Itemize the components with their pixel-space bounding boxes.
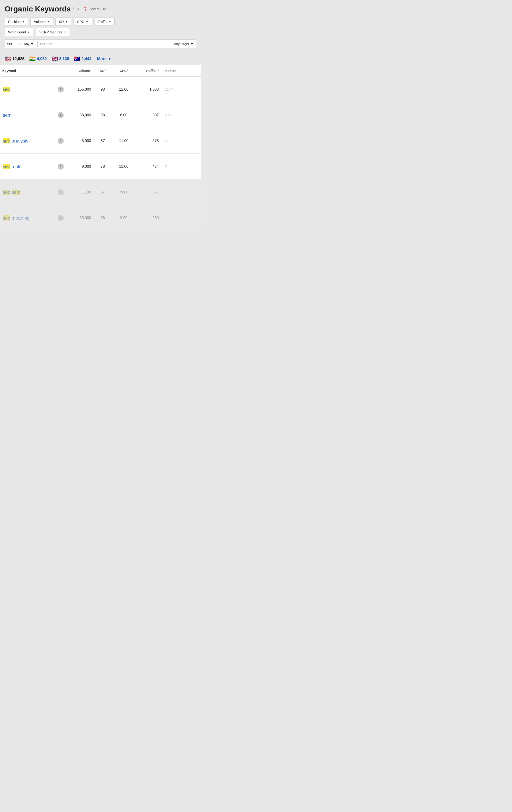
search-any-button[interactable]: Any ▼: [22, 41, 35, 46]
flag-us[interactable]: 🇺🇸 12,925: [5, 56, 25, 62]
keyword-cell-seo-tools: seo tools: [0, 160, 54, 173]
filter-volume[interactable]: Volume ▼: [30, 18, 53, 26]
filter-position-label: Position: [8, 20, 21, 24]
filter-row-1: Position ▼ Volume ▼ KD ▼ CPC ▼ Traffic ▼: [5, 18, 196, 26]
badge-cell-seo-meaning: 5: [54, 212, 68, 224]
traffic-cell-seo: 1,038: [135, 84, 161, 95]
badge-cell-seo-sem: 3: [54, 186, 68, 199]
badge-seo-sem: 3: [58, 189, 64, 195]
th-traffic[interactable]: Traffic ↓ ⁱ: [135, 67, 161, 74]
filter-word-count-label: Word count: [8, 30, 26, 34]
keyword-cell-sem: sem: [0, 109, 54, 121]
volume-cell-seo-meaning: 15,000: [68, 212, 93, 223]
title-info-icon[interactable]: ⁱ: [73, 7, 74, 11]
position-cell-seo-meaning: 6: [161, 212, 189, 223]
th-cpc-info: ⁱ: [127, 69, 128, 72]
filter-serp-features-label: SERP features: [39, 30, 62, 34]
th-badge: [54, 67, 68, 74]
badge-sem: 4: [58, 112, 64, 118]
keyword-link-sem[interactable]: sem: [3, 112, 51, 118]
keyword-link-seo-sem[interactable]: seo sem: [3, 189, 51, 195]
th-keyword: Keyword: [0, 67, 54, 74]
position-cell-seo-analysis: 3: [161, 136, 189, 146]
th-kd-info: ⁱ: [105, 69, 106, 72]
any-target-button[interactable]: Any target ▼: [171, 42, 193, 46]
badge-seo-analysis: 4: [58, 138, 64, 144]
kd-cell-sem: 58: [93, 110, 112, 120]
filter-serp-features[interactable]: SERP features ▼: [36, 28, 70, 36]
how-to-use-link[interactable]: ❓ How to use: [83, 7, 106, 11]
filter-cpc-arrow: ▼: [86, 20, 89, 23]
count-in: 4,062: [37, 57, 47, 61]
volume-cell-seo-analysis: 3,900: [68, 136, 93, 146]
exclude-input[interactable]: [40, 42, 170, 46]
badge-cell-seo-analysis: 4: [54, 135, 68, 147]
count-us: 12,925: [12, 57, 25, 61]
filter-volume-label: Volume: [34, 20, 46, 24]
filter-word-count[interactable]: Word count ▼: [5, 28, 33, 36]
volume-cell-seo: 165,000: [68, 84, 93, 95]
how-to-use-label: How to use: [89, 7, 106, 11]
count-gb: 3,138: [59, 57, 69, 61]
keyword-cell-seo-analysis: seo analysis: [0, 135, 54, 147]
keyword-link-seo-analysis[interactable]: seo analysis: [3, 138, 51, 144]
filter-kd-label: KD: [59, 20, 64, 24]
flag-gb[interactable]: 🇬🇧 3,138: [52, 56, 69, 62]
position-cell-sem: 6 1 2: [161, 110, 189, 120]
cpc-cell-seo-sem: 19.00: [112, 187, 135, 198]
badge-seo-meaning: 5: [58, 215, 64, 221]
search-any-label: Any: [24, 42, 29, 46]
table-header: Keyword Volume ⁱ KD ⁱ CPC ⁱ Traffic ↓ ⁱ …: [0, 65, 201, 77]
flag-in[interactable]: 🇮🇳 4,062: [29, 56, 47, 62]
flag-au[interactable]: 🇦🇺 2,444: [74, 56, 92, 62]
traffic-cell-seo-tools: 454: [135, 161, 161, 172]
search-value: seo: [7, 42, 17, 46]
filter-traffic[interactable]: Traffic ▼: [94, 18, 115, 26]
volume-cell-sem: 38,000: [68, 110, 93, 120]
flag-au-emoji: 🇦🇺: [74, 56, 80, 62]
keyword-cell-seo-sem: seo sem: [0, 186, 54, 199]
filter-kd[interactable]: KD ▼: [55, 18, 71, 26]
question-icon: ❓: [83, 7, 88, 11]
search-clear-button[interactable]: ✕: [18, 42, 21, 46]
keywords-table: Keyword Volume ⁱ KD ⁱ CPC ⁱ Traffic ↓ ⁱ …: [0, 65, 201, 231]
filter-cpc[interactable]: CPC ▼: [73, 18, 92, 26]
keyword-cell-seo: seo: [0, 83, 54, 96]
table-row: seo 6 165,000 93 11.00 1,038 12 1 2: [0, 77, 201, 102]
keyword-link-seo-meaning[interactable]: seo meaning: [3, 215, 51, 221]
filter-position-arrow: ▼: [22, 20, 25, 23]
more-button[interactable]: More ▼: [97, 57, 112, 61]
badge-cell-seo-tools: ?: [54, 160, 68, 173]
keyword-link-seo-tools[interactable]: seo tools: [3, 164, 51, 170]
filter-traffic-arrow: ▼: [109, 20, 111, 23]
filter-cpc-label: CPC: [77, 20, 85, 24]
th-kd[interactable]: KD ⁱ: [93, 67, 112, 74]
kd-cell-seo-meaning: 88: [93, 212, 112, 223]
cpc-cell-sem: 6.00: [112, 110, 135, 120]
th-traffic-info: ⁱ: [158, 69, 159, 72]
traffic-cell-seo-sem: 351: [135, 187, 161, 198]
kd-cell-seo-analysis: 87: [93, 136, 112, 146]
cpc-cell-seo-meaning: 9.00: [112, 212, 135, 223]
page-title: Organic Keywords: [5, 5, 71, 13]
search-any-arrow: ▼: [30, 42, 34, 46]
th-traffic-sort: ↓: [156, 69, 158, 72]
position-cell-seo: 12 1 2: [161, 84, 189, 95]
kd-cell-seo-tools: 78: [93, 161, 112, 172]
filter-row-2: Word count ▼ SERP features ▼: [5, 28, 196, 36]
th-volume[interactable]: Volume ⁱ: [68, 67, 93, 74]
count-au: 2,444: [82, 57, 92, 61]
divider: ●: [77, 6, 80, 12]
traffic-cell-seo-analysis: 678: [135, 136, 161, 146]
th-cpc[interactable]: CPC ⁱ: [112, 67, 135, 74]
filter-position[interactable]: Position ▼: [5, 18, 28, 26]
position-cell-seo-tools: 7: [161, 161, 189, 172]
table-row: seo meaning 5 15,000 88 9.00 289 6: [0, 205, 201, 231]
filter-kd-arrow: ▼: [65, 20, 68, 23]
filter-word-count-arrow: ▼: [27, 31, 30, 34]
keyword-link-seo[interactable]: seo: [3, 86, 51, 92]
kd-cell-seo: 93: [93, 84, 112, 95]
table-row: sem 4 38,000 58 6.00 807 6 1 2: [0, 102, 201, 128]
th-position: Position: [161, 67, 189, 74]
more-label: More: [97, 57, 107, 61]
